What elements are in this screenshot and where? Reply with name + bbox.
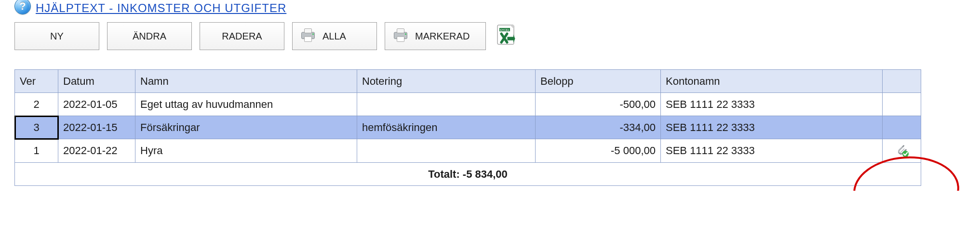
edit-button-label: ÄNDRA xyxy=(133,31,166,42)
col-attach xyxy=(883,70,921,93)
delete-button[interactable]: RADERA xyxy=(200,22,284,50)
printer-icon xyxy=(392,28,409,45)
table-row[interactable]: 12022-01-22Hyra-5 000,00SEB 1111 22 3333 xyxy=(15,139,921,163)
print-selected-button-label: MARKERAD xyxy=(415,31,470,42)
svg-rect-1 xyxy=(305,28,312,33)
edit-button[interactable]: ÄNDRA xyxy=(107,22,192,50)
print-all-button-label: ALLA xyxy=(322,31,346,42)
col-not[interactable]: Notering xyxy=(357,70,536,93)
transactions-table: Ver Datum Namn Notering Belopp Kontonamn… xyxy=(14,69,921,186)
cell-kontonamn: SEB 1111 22 3333 xyxy=(661,139,883,163)
cell-ver: 1 xyxy=(15,139,58,163)
question-mark-icon: ? xyxy=(19,0,26,13)
help-icon: ? xyxy=(14,0,31,14)
cell-namn: Hyra xyxy=(135,139,357,163)
print-all-button[interactable]: ALLA xyxy=(292,22,377,50)
col-belopp[interactable]: Belopp xyxy=(536,70,661,93)
cell-belopp: -500,00 xyxy=(536,93,661,116)
help-link[interactable]: HJÄLPTEXT - INKOMSTER OCH UTGIFTER xyxy=(36,1,286,15)
cell-datum: 2022-01-15 xyxy=(58,116,135,139)
cell-datum: 2022-01-05 xyxy=(58,93,135,116)
cell-notering: hemfösäkringen xyxy=(357,116,536,139)
printer-icon xyxy=(299,28,317,45)
svg-rect-6 xyxy=(397,37,404,42)
cell-namn: Försäkringar xyxy=(135,116,357,139)
cell-attachment xyxy=(883,93,921,116)
cell-notering xyxy=(357,139,536,163)
cell-kontonamn: SEB 1111 22 3333 xyxy=(661,93,883,116)
svg-point-3 xyxy=(312,33,314,35)
export-excel-button[interactable]: EXCEL xyxy=(494,22,522,50)
new-button[interactable]: NY xyxy=(14,22,99,50)
table-header-row: Ver Datum Namn Notering Belopp Kontonamn xyxy=(15,70,921,93)
svg-point-7 xyxy=(405,33,406,35)
col-namn[interactable]: Namn xyxy=(135,70,357,93)
table-total: Totalt: -5 834,00 xyxy=(15,163,921,186)
cell-kontonamn: SEB 1111 22 3333 xyxy=(661,116,883,139)
cell-notering xyxy=(357,93,536,116)
cell-namn: Eget uttag av huvudmannen xyxy=(135,93,357,116)
svg-rect-2 xyxy=(305,37,312,42)
cell-belopp: -334,00 xyxy=(536,116,661,139)
cell-datum: 2022-01-22 xyxy=(58,139,135,163)
toolbar: NY ÄNDRA RADERA ALLA xyxy=(14,22,959,50)
cell-attachment xyxy=(883,116,921,139)
cell-attachment[interactable] xyxy=(883,139,921,163)
paperclip-check-icon xyxy=(887,142,916,159)
new-button-label: NY xyxy=(50,31,64,42)
table-row[interactable]: 22022-01-05Eget uttag av huvudmannen-500… xyxy=(15,93,921,116)
col-datum[interactable]: Datum xyxy=(58,70,135,93)
cell-ver: 2 xyxy=(15,93,58,116)
svg-rect-5 xyxy=(397,28,404,33)
delete-button-label: RADERA xyxy=(222,31,262,42)
print-selected-button[interactable]: MARKERAD xyxy=(385,22,486,50)
col-ver[interactable]: Ver xyxy=(15,70,58,93)
table-row[interactable]: 32022-01-15Försäkringarhemfösäkringen-33… xyxy=(15,116,921,139)
svg-text:EXCEL: EXCEL xyxy=(500,28,510,31)
cell-belopp: -5 000,00 xyxy=(536,139,661,163)
excel-icon: EXCEL xyxy=(495,23,521,49)
cell-ver: 3 xyxy=(15,116,58,139)
col-konto[interactable]: Kontonamn xyxy=(661,70,883,93)
